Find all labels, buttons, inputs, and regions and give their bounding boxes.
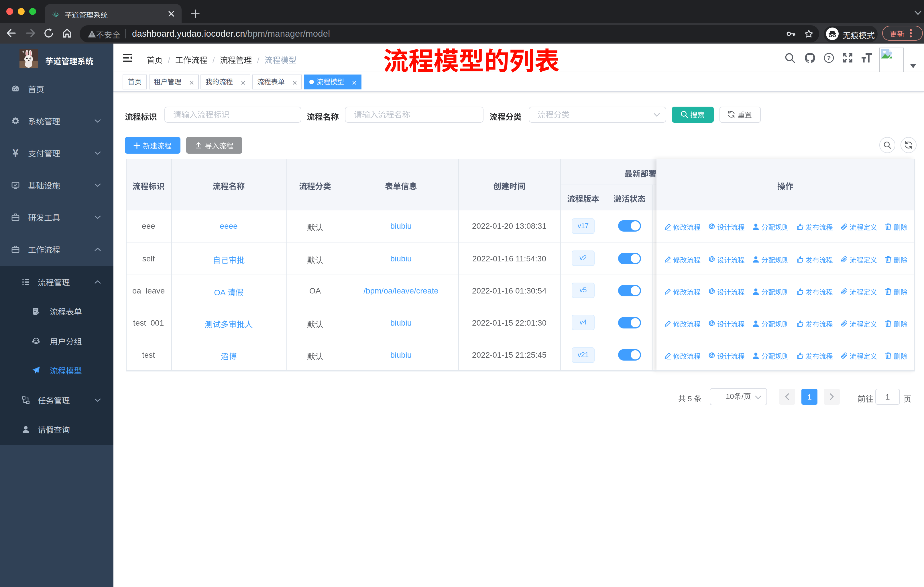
svg-text:¥: ¥: [12, 149, 19, 157]
svg-text:?: ?: [827, 55, 831, 62]
